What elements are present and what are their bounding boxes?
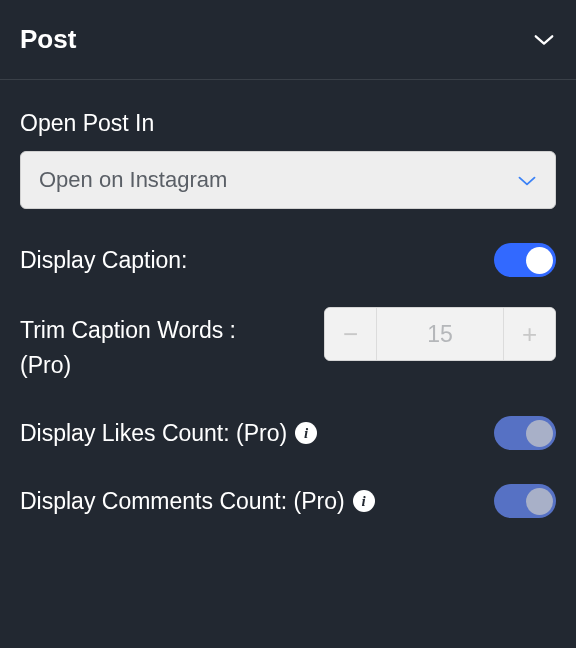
trim-caption-stepper: − 15 +	[324, 307, 556, 361]
toggle-knob	[526, 247, 553, 274]
display-likes-row: Display Likes Count: (Pro) i	[20, 416, 556, 450]
stepper-decrement-button[interactable]: −	[325, 308, 377, 360]
display-caption-label: Display Caption:	[20, 247, 187, 274]
trim-caption-row: Trim Caption Words : (Pro) − 15 +	[20, 307, 556, 382]
display-caption-row: Display Caption:	[20, 243, 556, 277]
chevron-down-icon	[517, 167, 537, 193]
panel-title: Post	[20, 24, 76, 55]
trim-caption-label-line2: (Pro)	[20, 352, 71, 378]
display-comments-label-text: Display Comments Count: (Pro)	[20, 488, 345, 515]
display-comments-row: Display Comments Count: (Pro) i	[20, 484, 556, 518]
open-post-in-select[interactable]: Open on Instagram	[20, 151, 556, 209]
toggle-knob	[526, 420, 553, 447]
trim-caption-label: Trim Caption Words : (Pro)	[20, 307, 236, 382]
display-comments-label: Display Comments Count: (Pro) i	[20, 488, 375, 515]
open-post-in-value: Open on Instagram	[39, 167, 227, 193]
open-post-in-field: Open Post In Open on Instagram	[20, 110, 556, 209]
panel-header[interactable]: Post	[0, 0, 576, 80]
toggle-knob	[526, 488, 553, 515]
display-likes-toggle	[494, 416, 556, 450]
panel-body: Open Post In Open on Instagram Display C…	[0, 80, 576, 538]
open-post-in-label: Open Post In	[20, 110, 556, 137]
stepper-increment-button[interactable]: +	[503, 308, 555, 360]
display-caption-toggle[interactable]	[494, 243, 556, 277]
display-comments-toggle	[494, 484, 556, 518]
info-icon[interactable]: i	[353, 490, 375, 512]
info-icon[interactable]: i	[295, 422, 317, 444]
display-likes-label-text: Display Likes Count: (Pro)	[20, 420, 287, 447]
trim-caption-label-line1: Trim Caption Words :	[20, 317, 236, 343]
chevron-down-icon	[532, 28, 556, 52]
stepper-value[interactable]: 15	[377, 308, 503, 360]
display-likes-label: Display Likes Count: (Pro) i	[20, 420, 317, 447]
